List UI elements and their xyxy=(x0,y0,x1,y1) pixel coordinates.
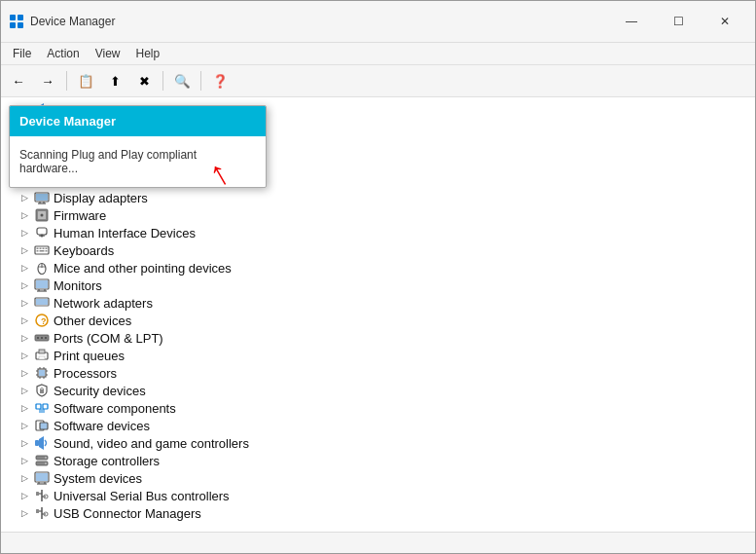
update-driver-icon: ⬆ xyxy=(110,74,121,89)
expand-arrow[interactable]: ▷ xyxy=(17,313,32,328)
device-icon xyxy=(34,435,50,451)
device-icon xyxy=(34,155,50,170)
help-button[interactable]: ❓ xyxy=(206,68,234,93)
device-icon xyxy=(34,102,50,118)
device-icon xyxy=(34,242,50,258)
expand-arrow[interactable]: ▷ xyxy=(17,488,32,503)
status-bar xyxy=(1,532,755,553)
menu-view[interactable]: View xyxy=(88,43,128,64)
svg-rect-31 xyxy=(43,248,45,250)
svg-rect-40 xyxy=(36,280,48,288)
expand-arrow[interactable]: ▷ xyxy=(17,277,32,293)
list-item[interactable]: ▷Display adapters xyxy=(1,189,755,206)
list-item[interactable]: ▷System devices xyxy=(1,469,755,487)
svg-rect-51 xyxy=(41,337,43,339)
device-label: Audio inputs and outputs xyxy=(54,103,193,118)
expand-arrow[interactable]: ▷ xyxy=(17,190,32,205)
expand-arrow[interactable]: ▷ xyxy=(17,102,32,118)
expand-arrow[interactable]: ▷ xyxy=(17,453,32,468)
list-item[interactable]: ▷Disk drives xyxy=(1,171,755,189)
list-item[interactable]: ▷Computer xyxy=(1,154,755,171)
device-label: Ports (COM & LPT) xyxy=(54,331,163,346)
device-label: Sound, video and game controllers xyxy=(54,436,249,451)
expand-arrow[interactable]: ▷ xyxy=(17,295,32,311)
minimize-button[interactable]: — xyxy=(609,7,654,36)
expand-arrow[interactable]: ▷ xyxy=(17,172,32,188)
back-icon: ← xyxy=(12,74,24,89)
list-item[interactable]: ▷Human Interface Devices xyxy=(1,224,755,241)
list-item[interactable]: ▷Software devices xyxy=(1,417,755,434)
device-label: Processors xyxy=(54,366,117,381)
list-item[interactable]: ▷Storage controllers xyxy=(1,452,755,469)
list-item[interactable]: ▷?Other devices xyxy=(1,312,755,329)
list-item[interactable]: ▷Security devices xyxy=(1,382,755,399)
device-label: Mice and other pointing devices xyxy=(54,261,232,276)
expand-arrow[interactable]: ▷ xyxy=(17,383,32,398)
list-item[interactable]: ▷Sound, video and game controllers xyxy=(1,434,755,452)
expand-arrow[interactable]: ▷ xyxy=(17,435,32,451)
scan-button[interactable]: 🔍 xyxy=(168,68,196,93)
svg-rect-73 xyxy=(35,440,39,446)
expand-arrow[interactable]: ▷ xyxy=(17,225,32,240)
menu-file[interactable]: File xyxy=(5,43,39,64)
list-item[interactable]: ▷USB Connector Managers xyxy=(1,504,755,522)
device-label: USB Connector Managers xyxy=(54,506,201,521)
back-button[interactable]: ← xyxy=(5,68,32,93)
expand-arrow[interactable]: ▷ xyxy=(17,242,32,258)
device-icon: ? xyxy=(34,313,50,328)
list-item[interactable]: ▷Batteries xyxy=(1,119,755,136)
list-item[interactable]: ▷Software components xyxy=(1,399,755,417)
device-icon xyxy=(34,207,50,223)
list-item[interactable]: ▷Ports (COM & LPT) xyxy=(1,329,755,347)
device-label: System devices xyxy=(54,471,142,486)
title-bar: Device Manager — ☐ ✕ xyxy=(1,1,755,43)
forward-button[interactable]: → xyxy=(34,68,61,93)
expand-arrow[interactable]: ▷ xyxy=(17,470,32,486)
expand-arrow[interactable]: ▷ xyxy=(17,207,32,223)
svg-rect-0 xyxy=(10,15,16,20)
svg-rect-69 xyxy=(43,404,48,409)
device-icon xyxy=(34,418,50,433)
list-item[interactable]: ▷Universal Serial Bus controllers xyxy=(1,487,755,504)
device-list[interactable]: ▷Audio inputs and outputs▷Batteries▷Blue… xyxy=(1,97,755,532)
expand-arrow[interactable]: ▷ xyxy=(17,365,32,381)
device-icon xyxy=(34,505,50,521)
list-item[interactable]: ▷Firmware xyxy=(1,206,755,224)
expand-arrow[interactable]: ▷ xyxy=(17,400,32,416)
svg-rect-3 xyxy=(18,22,23,28)
expand-arrow[interactable]: ▷ xyxy=(17,418,32,433)
maximize-button[interactable]: ☐ xyxy=(656,7,701,36)
device-label: Batteries xyxy=(54,121,103,135)
properties-button[interactable]: 📋 xyxy=(72,68,99,93)
toolbar: ← → 📋 ⬆ ✖ 🔍 ❓ xyxy=(1,65,755,97)
expand-arrow[interactable]: ▷ xyxy=(17,137,32,153)
list-item[interactable]: ▷Audio inputs and outputs xyxy=(1,101,755,119)
list-item[interactable]: ▷Print queues xyxy=(1,347,755,364)
device-label: Bluetooth xyxy=(54,138,107,153)
svg-text:?: ? xyxy=(41,316,47,326)
svg-rect-7 xyxy=(36,126,44,130)
device-label: Disk drives xyxy=(54,173,116,188)
menu-help[interactable]: Help xyxy=(128,43,168,64)
expand-arrow[interactable]: ▷ xyxy=(17,505,32,521)
expand-arrow[interactable]: ▷ xyxy=(17,155,32,170)
device-label: Human Interface Devices xyxy=(54,226,196,240)
expand-arrow[interactable]: ▷ xyxy=(17,348,32,363)
svg-rect-35 xyxy=(46,250,48,252)
list-item[interactable]: ▷Keyboards xyxy=(1,241,755,259)
expand-arrow[interactable]: ▷ xyxy=(17,330,32,346)
close-button[interactable]: ✕ xyxy=(702,7,747,36)
menu-action[interactable]: Action xyxy=(39,43,87,64)
list-item[interactable]: ▷Bluetooth xyxy=(1,136,755,154)
list-item[interactable]: ▷Mice and other pointing devices xyxy=(1,259,755,277)
expand-arrow[interactable]: ▷ xyxy=(17,120,32,135)
list-item[interactable]: ▷Processors xyxy=(1,364,755,382)
expand-arrow[interactable]: ▷ xyxy=(17,260,32,276)
uninstall-button[interactable]: ✖ xyxy=(130,68,158,93)
update-driver-button[interactable]: ⬆ xyxy=(101,68,128,93)
toolbar-separator-1 xyxy=(66,71,67,91)
svg-rect-72 xyxy=(40,423,48,429)
list-item[interactable]: ▷Network adapters xyxy=(1,294,755,312)
scan-icon: 🔍 xyxy=(174,74,191,89)
list-item[interactable]: ▷Monitors xyxy=(1,277,755,294)
